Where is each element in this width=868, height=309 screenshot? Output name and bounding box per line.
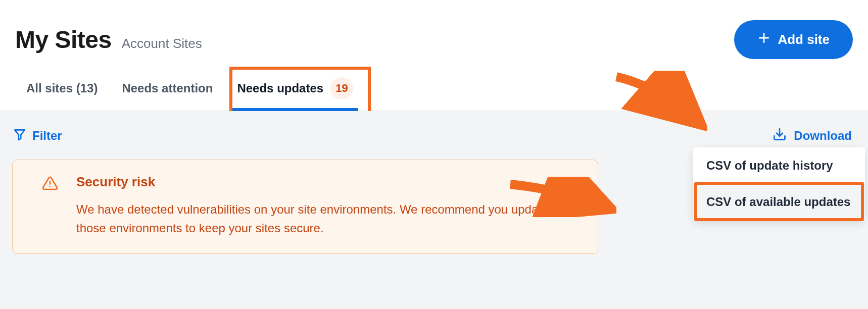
tab-label: Needs updates [237,81,323,95]
alert-title: Security risk [76,174,580,190]
alert-body: Security risk We have detected vulnerabi… [76,174,580,237]
security-risk-alert: Security risk We have detected vulnerabi… [12,160,598,254]
alert-icon [42,175,58,193]
tab-all-sites[interactable]: All sites (13) [26,81,98,107]
plus-icon [757,31,770,48]
download-icon [773,127,787,144]
tab-needs-attention[interactable]: Needs attention [122,81,213,107]
dropdown-item-update-history[interactable]: CSV of update history [693,147,865,184]
content-area: Filter Download Security risk We hav [0,111,868,309]
page-title: My Sites [15,26,112,54]
dropdown-item-available-updates[interactable]: CSV of available updates [693,184,865,220]
filter-label: Filter [32,129,62,143]
download-label: Download [794,129,852,143]
page-subtitle: Account Sites [122,36,202,52]
page-header: My Sites Account Sites Add site [0,0,868,64]
tabs-bar: All sites (13) Needs attention Needs upd… [0,64,868,111]
alert-text: We have detected vulnerabilities on your… [76,200,580,237]
download-dropdown: CSV of update history CSV of available u… [693,147,865,220]
toolbar: Filter Download [12,126,853,145]
add-site-label: Add site [778,32,830,47]
tab-needs-updates[interactable]: Needs updates 19 [237,77,353,111]
filter-button[interactable]: Filter [12,127,63,145]
tab-label: Needs attention [122,81,213,95]
header-left: My Sites Account Sites [15,26,202,54]
filter-icon [13,128,26,144]
svg-marker-2 [15,130,25,140]
tab-label: All sites (13) [26,81,98,95]
tab-badge: 19 [330,77,353,99]
add-site-button[interactable]: Add site [734,20,853,59]
download-button[interactable]: Download [771,126,853,145]
